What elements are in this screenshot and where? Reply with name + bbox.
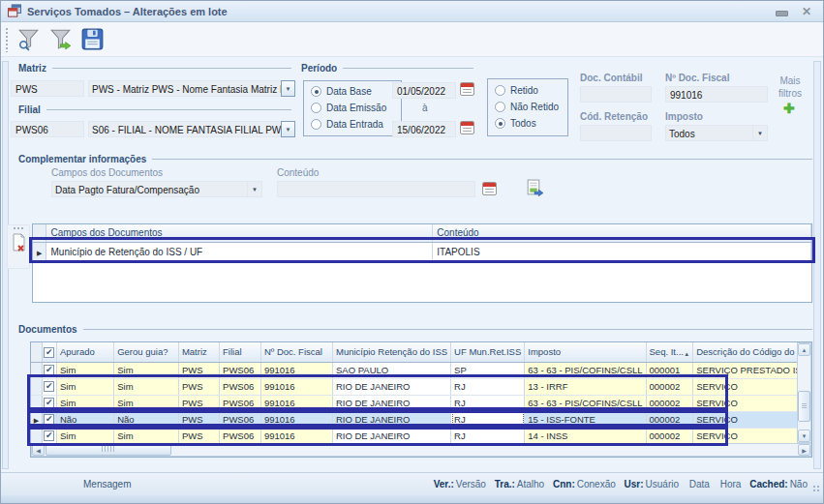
col-apurado[interactable]: Apurado (56, 342, 113, 362)
cell-descricao[interactable]: SERVICO (693, 428, 811, 444)
cell-apurado[interactable]: Sim (56, 395, 113, 411)
cell-seq[interactable]: 000001 (646, 362, 693, 378)
apply-field-button[interactable] (525, 179, 543, 201)
titlebar[interactable]: Serviços Tomados – Alterações em lote ✕ (1, 1, 823, 22)
cell-matriz[interactable]: PWS (178, 378, 219, 395)
cell-descricao[interactable]: SERVICO (693, 411, 811, 428)
cell-num-doc[interactable]: 991016 (260, 411, 332, 428)
cell-municipio[interactable]: RIO DE JANEIRO (332, 411, 450, 428)
radio-data-base[interactable]: Data Base (311, 86, 372, 97)
col-num-doc-fiscal[interactable]: Nº Doc. Fiscal (260, 342, 332, 362)
table-row[interactable]: ✔ Sim Sim PWS PWS06 991016 RIO DE JANEIR… (31, 428, 811, 444)
campos-documentos-combo[interactable]: Data Pagto Fatura/Compensação ▼ (51, 181, 262, 197)
col-uf[interactable]: UF Mun.Ret.ISS (451, 342, 525, 362)
cell-municipio[interactable]: RIO DE JANEIRO (332, 428, 450, 444)
cell-filial[interactable]: PWS06 (220, 428, 261, 444)
calendar-icon[interactable] (460, 121, 474, 134)
cell-filial[interactable]: PWS06 (220, 411, 261, 428)
matriz-combo[interactable]: PWS - Matriz PWS - Nome Fantasia Matriz … (88, 80, 295, 97)
calendar-icon[interactable] (460, 82, 474, 96)
cell-gerou-guia[interactable]: Sim (114, 378, 179, 395)
col-seq[interactable]: ▲Seq. It... (646, 342, 693, 362)
cell-uf[interactable]: RJ (451, 428, 525, 444)
radio-data-emissao[interactable]: Data Emissão (311, 103, 386, 113)
col-conteudo-header[interactable]: Conteúdo (433, 224, 811, 242)
scroll-up-button[interactable]: ▲ (798, 343, 810, 356)
row-checkbox[interactable]: ✔ (44, 365, 54, 375)
cell-apurado[interactable]: Não (56, 411, 113, 428)
cell-filial[interactable]: PWS06 (220, 378, 261, 395)
col-imposto[interactable]: Imposto (525, 342, 646, 362)
chevron-down-icon[interactable]: ▼ (248, 181, 262, 197)
right-splitter[interactable] (813, 61, 821, 469)
cell-apurado[interactable]: Sim (56, 428, 113, 444)
cell-uf-focused[interactable]: RJ (451, 411, 525, 428)
cell-imposto[interactable]: 13 - IRRF (525, 378, 646, 395)
vertical-scrollbar-track[interactable] (798, 356, 810, 430)
cell-gerou-guia[interactable]: Não (114, 411, 179, 428)
mini-toolbar-grip[interactable] (13, 226, 24, 231)
cell-gerou-guia[interactable]: Sim (114, 395, 179, 411)
cell-uf[interactable]: RJ (451, 378, 525, 395)
cell-num-doc[interactable]: 991016 (260, 362, 332, 378)
scroll-right-button[interactable]: ▶ (798, 444, 810, 456)
calendar-icon[interactable] (482, 182, 497, 195)
cell-municipio[interactable]: RIO DE JANEIRO (332, 395, 450, 411)
table-row[interactable]: ✔ Sim Sim PWS PWS06 991016 RIO DE JANEIR… (31, 395, 811, 411)
col-filial[interactable]: Filial (220, 342, 261, 362)
matriz-code-field[interactable]: PWS (11, 80, 84, 97)
imposto-combo[interactable]: Todos ▼ (665, 125, 768, 141)
doc-contabil-field[interactable] (580, 86, 652, 103)
num-doc-fiscal-field[interactable]: 991016 (665, 86, 768, 103)
radio-retido[interactable]: Retido (495, 85, 538, 96)
cell-imposto[interactable]: 63 - 63 - PIS/COFINS/CSLL (525, 395, 646, 411)
cell-conteudo[interactable]: ITAPOLIS (433, 242, 811, 261)
cell-descricao[interactable]: SERVIÇO PRESTADO ISS (693, 362, 811, 378)
cell-uf[interactable]: RJ (451, 395, 525, 411)
chevron-down-icon[interactable]: ▼ (281, 121, 295, 137)
date-end-field[interactable]: 15/06/2022 (392, 121, 456, 137)
cell-matriz[interactable]: PWS (178, 362, 219, 378)
filter-apply-button[interactable] (45, 25, 76, 54)
table-row[interactable]: ▶ Município de Retenção do ISS / UF ITAP… (33, 242, 811, 261)
cell-num-doc[interactable]: 991016 (260, 378, 332, 395)
cell-seq[interactable]: 000002 (646, 395, 693, 411)
cell-num-doc[interactable]: 991016 (260, 395, 332, 411)
cell-seq[interactable]: 000002 (646, 411, 693, 428)
checkbox-checked-icon[interactable]: ✔ (44, 347, 54, 358)
horizontal-scrollbar[interactable]: ◀ ▶ (31, 443, 811, 457)
col-descricao[interactable]: Descrição do Código do F (693, 342, 811, 362)
cell-filial[interactable]: PWS06 (220, 395, 261, 411)
table-row[interactable]: ✔ Sim Sim PWS PWS06 991016 SAO PAULO SP … (31, 362, 811, 378)
cell-imposto[interactable]: 63 - 63 - PIS/COFINS/CSLL (525, 362, 646, 378)
close-button[interactable]: ✕ (802, 6, 811, 17)
row-checkbox[interactable]: ✔ (44, 398, 54, 408)
resize-grip[interactable] (812, 485, 821, 493)
horizontal-scrollbar-track[interactable] (45, 444, 798, 456)
chevron-down-icon[interactable]: ▼ (281, 80, 295, 97)
add-filter-button[interactable]: ✚ (783, 102, 795, 115)
cell-apurado[interactable]: Sim (56, 362, 113, 378)
cell-matriz[interactable]: PWS (178, 395, 219, 411)
cell-filial[interactable]: PWS06 (220, 362, 261, 378)
date-start-field[interactable]: 01/05/2022 (392, 82, 456, 99)
cell-num-doc[interactable]: 991016 (260, 428, 332, 444)
vertical-scrollbar-thumb[interactable] (798, 391, 810, 422)
cell-municipio[interactable]: RIO DE JANEIRO (332, 378, 450, 395)
cell-campo[interactable]: Município de Retenção do ISS / UF (46, 242, 433, 261)
scroll-left-button[interactable]: ◀ (32, 444, 45, 456)
cell-matriz[interactable]: PWS (178, 428, 219, 444)
cell-apurado[interactable]: Sim (56, 378, 113, 395)
filter-search-button[interactable] (13, 25, 44, 54)
cell-descricao[interactable]: SERVICO (693, 395, 811, 411)
save-button[interactable] (76, 25, 107, 54)
cell-descricao[interactable]: SERVICO (693, 378, 811, 395)
cell-matriz[interactable]: PWS (178, 411, 219, 428)
filial-code-field[interactable]: PWS06 (11, 121, 84, 137)
table-row[interactable]: ✔ Sim Sim PWS PWS06 991016 RIO DE JANEIR… (31, 378, 811, 395)
cell-seq[interactable]: 000002 (646, 378, 693, 395)
cell-municipio[interactable]: SAO PAULO (332, 362, 450, 378)
row-checkbox[interactable]: ✔ (44, 381, 54, 392)
vertical-scrollbar[interactable]: ▲ ▼ (797, 342, 811, 443)
chevron-down-icon[interactable]: ▼ (753, 125, 768, 141)
